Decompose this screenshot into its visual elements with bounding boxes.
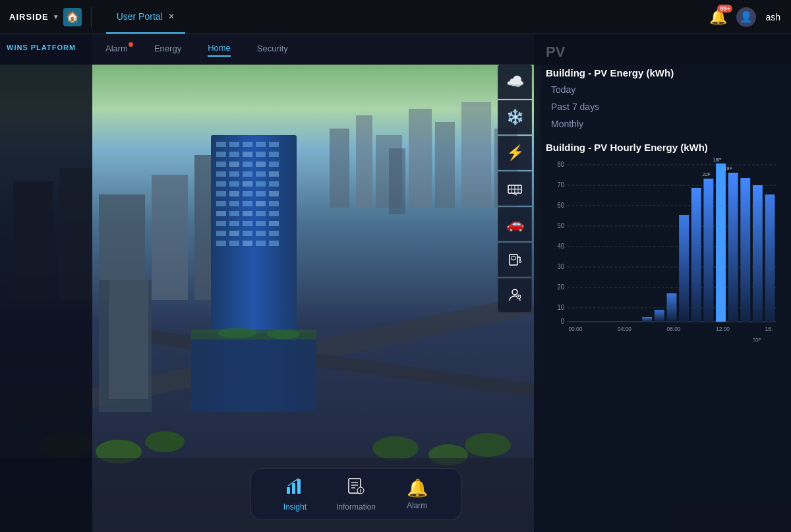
svg-rect-43 (229, 191, 239, 196)
top-right-area: 🔔 99+ 👤 ash (699, 7, 791, 27)
svg-rect-44 (243, 191, 252, 196)
time-option-7days[interactable]: Past 7 days (546, 98, 779, 115)
insight-label: Insight (283, 502, 307, 512)
person-button[interactable] (498, 278, 532, 312)
svg-rect-58 (229, 221, 239, 226)
svg-rect-77 (109, 280, 148, 399)
svg-rect-35 (256, 171, 266, 177)
svg-point-81 (372, 436, 419, 460)
svg-rect-50 (256, 201, 266, 206)
fuel-button[interactable] (498, 243, 532, 277)
energy-button[interactable]: ⚡ (498, 136, 532, 170)
app-name: AIRSIDE (9, 12, 49, 22)
svg-rect-144 (287, 487, 290, 494)
svg-rect-24 (243, 152, 252, 157)
svg-rect-66 (269, 231, 279, 236)
svg-text:60: 60 (558, 202, 564, 209)
solar-button[interactable] (498, 171, 532, 206)
svg-rect-60 (256, 221, 266, 226)
dock-item-alarm[interactable]: 🔔 Alarm (394, 478, 440, 510)
svg-rect-146 (297, 479, 301, 494)
ev-button[interactable]: 🚗 (498, 207, 532, 241)
time-option-monthly[interactable]: Monthly (546, 115, 779, 133)
svg-rect-34 (243, 171, 252, 177)
svg-rect-61 (269, 221, 279, 226)
svg-rect-52 (216, 211, 226, 216)
user-avatar[interactable]: 👤 (736, 7, 756, 27)
nav-tab-alarm[interactable]: Alarm (105, 44, 128, 56)
svg-rect-23 (229, 152, 239, 157)
svg-rect-12 (152, 175, 188, 300)
svg-rect-33 (229, 171, 239, 177)
svg-rect-134 (765, 194, 775, 322)
svg-rect-63 (229, 231, 239, 236)
platform-logo: WINS PLATFORM (0, 34, 92, 58)
svg-text:0: 0 (561, 318, 564, 325)
main-area: WINS PLATFORM Alarm Energy Home Security (0, 34, 791, 532)
weather-button[interactable]: ☁️ (498, 65, 532, 99)
svg-rect-125 (655, 310, 664, 322)
svg-text:80: 80 (558, 161, 564, 168)
information-label: Information (336, 502, 376, 512)
nav-tab-security[interactable]: Security (257, 44, 288, 56)
svg-rect-36 (269, 171, 279, 177)
svg-text:12:00: 12:00 (716, 326, 730, 332)
svg-rect-5 (435, 122, 455, 208)
user-portal-tab[interactable]: User Portal ✕ (106, 0, 185, 34)
svg-rect-54 (243, 211, 252, 216)
svg-rect-67 (216, 241, 226, 246)
svg-text:08:00: 08:00 (667, 326, 681, 332)
svg-rect-126 (667, 293, 677, 322)
bottom-dock: Insight i Information 🔔 Alarm (250, 468, 461, 520)
right-panel-inner: PV Building - PV Energy (kWh) Today Past… (534, 34, 791, 352)
home-icon[interactable]: 🏠 (63, 8, 82, 26)
svg-rect-92 (512, 256, 515, 260)
svg-rect-72 (191, 333, 316, 412)
dock-item-information[interactable]: i Information (333, 477, 379, 512)
nav-tab-home[interactable]: Home (208, 43, 231, 57)
svg-rect-145 (292, 483, 295, 494)
pv-hourly-chart: 80 70 60 50 40 30 20 10 0 (546, 158, 779, 343)
svg-rect-22 (216, 152, 226, 157)
svg-text:00:00: 00:00 (568, 326, 582, 332)
svg-point-96 (512, 289, 517, 295)
svg-rect-59 (243, 221, 252, 226)
svg-text:04:00: 04:00 (618, 326, 631, 332)
left-panel: WINS PLATFORM (0, 34, 92, 532)
dropdown-chevron[interactable]: ▼ (53, 13, 59, 20)
svg-rect-38 (229, 181, 239, 187)
svg-rect-1 (330, 129, 349, 208)
svg-rect-51 (269, 201, 279, 206)
icon-sidebar: ☁️ ❄️ ⚡ 🚗 (498, 65, 534, 312)
alarm-label: Alarm (407, 501, 427, 510)
information-icon: i (347, 477, 365, 500)
top-bar: AIRSIDE ▼ 🏠 User Portal ✕ 🔔 99+ 👤 ash (0, 0, 791, 34)
svg-point-95 (519, 261, 521, 263)
svg-rect-21 (269, 142, 279, 147)
svg-point-75 (267, 330, 300, 339)
hvac-button[interactable]: ❄️ (498, 100, 532, 134)
svg-text:19F: 19F (724, 165, 732, 171)
svg-rect-29 (243, 162, 252, 167)
svg-text:40: 40 (558, 243, 564, 250)
svg-rect-27 (216, 162, 226, 167)
svg-rect-133 (753, 185, 763, 322)
svg-rect-32 (216, 171, 226, 177)
svg-rect-71 (269, 241, 279, 246)
nav-tab-energy[interactable]: Energy (154, 44, 181, 56)
svg-rect-8 (389, 148, 405, 214)
svg-rect-69 (243, 241, 252, 246)
airside-logo[interactable]: AIRSIDE ▼ 🏠 (0, 7, 106, 27)
svg-text:30: 30 (558, 263, 564, 270)
svg-point-74 (218, 328, 257, 338)
notification-badge: 99+ (717, 5, 732, 13)
dock-item-insight[interactable]: Insight (272, 477, 318, 512)
svg-rect-2 (356, 115, 372, 208)
svg-rect-18 (229, 142, 239, 147)
notification-button[interactable]: 🔔 99+ (709, 9, 727, 26)
insight-icon (285, 477, 304, 500)
svg-text:10: 10 (558, 304, 564, 311)
time-option-today[interactable]: Today (546, 81, 779, 98)
tab-close-button[interactable]: ✕ (168, 12, 175, 21)
tab-bar: User Portal ✕ (106, 0, 699, 34)
